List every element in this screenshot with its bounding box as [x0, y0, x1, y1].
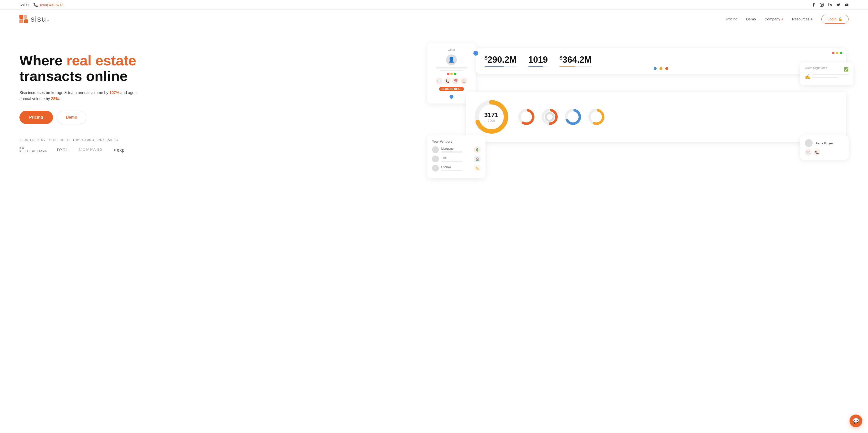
nav-resources[interactable]: Resources + — [792, 17, 813, 21]
stat-dot-yellow — [836, 52, 838, 54]
stat-dot-red — [832, 52, 834, 54]
crm-avatar: 👤 — [446, 55, 457, 65]
vendor-avatar-1 — [432, 146, 439, 153]
login-button[interactable]: Login 🔒 — [822, 15, 848, 24]
person-icon: 👤 — [448, 57, 455, 63]
login-label: Login — [828, 17, 836, 21]
indicator-dots — [654, 67, 668, 70]
highlight-1: 107% — [110, 91, 119, 95]
buyer-info: Home Buyer — [805, 139, 844, 147]
crm-dot — [450, 95, 454, 99]
ind-dot-blue — [654, 67, 657, 70]
small-donut-2 — [540, 107, 559, 127]
vendor-info-1: Mortgage — [441, 147, 471, 153]
stat-bar-2 — [528, 66, 548, 67]
navbar: sisu ™ Pricing Demo Company + Resources … — [0, 10, 868, 28]
buyer-email-icon: ✉️ — [805, 149, 812, 156]
sig-line-1 — [812, 74, 848, 75]
svg-text:✦exp: ✦exp — [113, 148, 125, 153]
crm-line-1 — [436, 67, 467, 68]
vendor-mortgage: Mortgage 💲 — [432, 146, 480, 153]
trusted-label: TRUSTED BY OVER 1000 OF THE TOP TEAMS & … — [20, 138, 417, 142]
stat-dot-green — [840, 52, 842, 54]
vendor-escrow: Escrow 🏷️ — [432, 165, 480, 172]
logo[interactable]: sisu ™ — [20, 14, 49, 24]
crm-actions: ✉️ 📞 📅 📋 — [432, 78, 471, 84]
checkmark-icon: ✅ — [844, 67, 848, 72]
subtext-before: Sisu increases brokerage & team annual v… — [20, 91, 110, 95]
vendor-icon-1: 💲 — [474, 146, 480, 153]
task-icon: 📋 — [461, 78, 467, 84]
sig-lines — [812, 74, 848, 80]
youtube-icon[interactable] — [845, 3, 848, 7]
vendor-line-2 — [441, 161, 462, 162]
stat-value-3: $364.2M — [559, 55, 591, 65]
facebook-icon[interactable] — [812, 3, 815, 7]
hero-subtext: Sisu increases brokerage & team annual v… — [20, 90, 141, 102]
heading-black-2: transacts online — [20, 68, 128, 84]
demo-button[interactable]: Demo — [57, 111, 86, 124]
buyer-name: Home Buyer — [814, 142, 833, 145]
dashboard-visuals: CRM 👤 ✉️ 📞 📅 📋 CLOSING DEAL — [417, 43, 848, 179]
compass-logo: COMPASS — [79, 148, 103, 152]
sig-line-group: ✍️ — [805, 74, 848, 80]
phone-link[interactable]: (800) 401-8713 — [40, 3, 63, 7]
hero-heading: Where real estate transacts online — [20, 53, 417, 84]
svg-point-2 — [823, 4, 823, 4]
signature-icon: ✍️ — [805, 74, 810, 80]
nav-pricing[interactable]: Pricing — [726, 17, 738, 21]
instagram-icon[interactable] — [820, 3, 824, 7]
hero-content: Where real estate transacts online Sisu … — [20, 43, 417, 153]
ind-dot-orange — [659, 67, 662, 70]
brand-name: sisu — [31, 14, 46, 24]
top-bar: Call Us: 📞 (800) 401-8713 — [0, 0, 868, 10]
nav-demo[interactable]: Demo — [746, 17, 756, 21]
stat-volume-1: $290.2M — [485, 55, 517, 67]
logo-grid-icon — [20, 15, 28, 24]
vendor-name-3: Escrow — [441, 165, 471, 169]
stat-bar-1 — [485, 66, 517, 67]
brand-tm: ™ — [46, 20, 49, 22]
email-icon: ✉️ — [436, 78, 442, 84]
vendor-avatar-2 — [432, 156, 439, 162]
vendor-icon-3: 🏷️ — [474, 165, 480, 172]
buyer-actions: ✉️ 📞 — [805, 149, 844, 156]
vendor-line-3 — [441, 170, 462, 171]
nav-company[interactable]: Company + — [765, 17, 783, 21]
stat-count: 1019 — [528, 55, 548, 67]
vendor-title: Title 🏠 — [432, 156, 480, 162]
dot-red — [447, 73, 449, 75]
sig-header: Client Signatures ✅ — [805, 66, 848, 72]
small-donut-4 — [587, 107, 606, 127]
exp-logo: ✦exp — [113, 146, 130, 153]
social-links — [812, 3, 848, 7]
kw-logo: KW KELLERWILLIAMS — [20, 147, 47, 152]
vendor-avatar-3 — [432, 165, 439, 172]
svg-point-1 — [821, 4, 822, 5]
closing-deal-badge: CLOSING DEAL — [439, 87, 464, 91]
trusted-section: TRUSTED BY OVER 1000 OF THE TOP TEAMS & … — [20, 138, 417, 153]
linkedin-icon[interactable] — [828, 3, 832, 7]
sig-title: Client Signatures — [805, 66, 827, 70]
real-logo: reaʟ — [57, 147, 69, 153]
vendors-card: Your Vendors Mortgage 💲 Title 🏠 — [427, 135, 486, 178]
dot-yellow — [450, 73, 453, 75]
pricing-button[interactable]: Pricing — [20, 111, 53, 124]
vendor-icon-2: 🏠 — [474, 156, 480, 162]
status-dots — [832, 52, 842, 54]
stat-bar-3 — [559, 66, 591, 67]
partner-logos: KW KELLERWILLIAMS reaʟ COMPASS ✦exp — [20, 146, 417, 153]
stat-bar-fill-3 — [559, 66, 576, 67]
home-buyer-card: Home Buyer ✉️ 📞 — [800, 135, 848, 160]
stats-card: $290.2M 1019 $364.2M — [476, 48, 846, 74]
small-donut-3 — [563, 107, 583, 127]
highlight-2: 28%. — [51, 97, 60, 101]
phone-icon: 📞 — [33, 2, 38, 7]
twitter-icon[interactable] — [836, 3, 840, 7]
svg-rect-0 — [820, 3, 823, 6]
stat-value-1: $290.2M — [485, 55, 517, 65]
hero-buttons: Pricing Demo — [20, 111, 417, 124]
vendor-name-2: Title — [441, 156, 471, 160]
vendors-title: Your Vendors — [432, 140, 480, 143]
donut-main-sub: 7000 — [484, 119, 498, 122]
